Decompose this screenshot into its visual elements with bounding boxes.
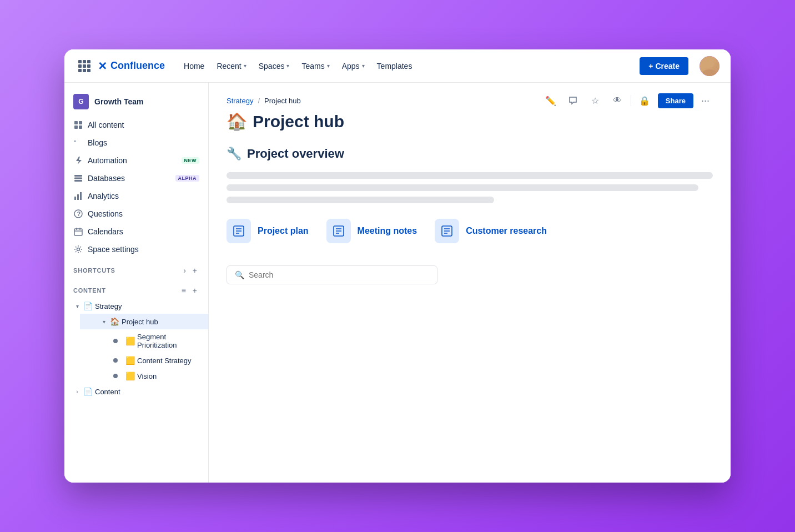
content-tree-emoji: 📄 [83, 387, 93, 396]
shortcuts-actions: › + [181, 265, 199, 276]
svg-rect-6 [74, 178, 82, 179]
tree-segment-prioritization[interactable]: 🟨 Segment Prioritization [80, 329, 208, 353]
tree-project-hub[interactable]: ▾ 🏠 Project hub [80, 314, 208, 329]
strategy-label: Strategy [95, 302, 199, 310]
bullet-icon [113, 339, 118, 343]
star-button[interactable]: ☆ [586, 92, 604, 109]
tree-content[interactable]: › 📄 Content [64, 384, 208, 399]
blogs-icon: " [73, 138, 83, 148]
shortcuts-chevron[interactable]: › [181, 265, 188, 276]
more-options-button[interactable]: ··· [698, 93, 713, 109]
share-button[interactable]: Share [658, 93, 693, 108]
nav-home[interactable]: Home [178, 58, 210, 74]
sidebar-item-space-settings[interactable]: Space settings [64, 240, 208, 258]
breadcrumb-parent[interactable]: Strategy [227, 97, 253, 105]
sidebar: G Growth Team All content " Blogs + [64, 83, 209, 483]
svg-rect-10 [80, 192, 82, 200]
all-content-label: All content [88, 121, 199, 129]
comment-button[interactable] [564, 92, 582, 109]
svg-rect-3 [79, 126, 82, 129]
sidebar-item-databases[interactable]: Databases ALPHA [64, 169, 208, 187]
tree-content-strategy[interactable]: 🟨 Content Strategy [80, 353, 208, 368]
content-add[interactable]: + [190, 285, 199, 296]
questions-label: Questions [88, 209, 199, 218]
nav-apps[interactable]: Apps ▾ [336, 58, 370, 74]
project-hub-label: Project hub [122, 318, 199, 326]
confluence-logo[interactable]: ✕ Confluence [98, 59, 165, 73]
svg-rect-1 [79, 121, 82, 124]
chevron-down-icon: ▾ [327, 63, 330, 69]
space-settings-icon [73, 244, 83, 254]
sidebar-item-calendars[interactable]: Calendars [64, 223, 208, 240]
page-title-emoji: 🏠 [227, 112, 247, 131]
calendars-icon [73, 227, 83, 237]
analytics-label: Analytics [88, 192, 199, 200]
databases-icon [73, 173, 83, 183]
project-hub-chevron: ▾ [100, 318, 108, 325]
questions-icon: ? [73, 209, 83, 219]
section-emoji: 🔧 [227, 147, 241, 161]
svg-rect-5 [74, 175, 82, 177]
chevron-down-icon: ▾ [244, 63, 246, 69]
toolbar-divider [631, 95, 631, 106]
automation-icon [73, 155, 83, 165]
card-project-plan[interactable]: Project plan [227, 219, 309, 243]
top-navigation: ✕ Confluence Home Recent ▾ Spaces ▾ Team… [64, 49, 731, 83]
logo-text: Confluence [110, 60, 165, 72]
skeleton-line-1 [227, 172, 713, 179]
grid-menu-button[interactable] [76, 57, 93, 75]
app-window: ✕ Confluence Home Recent ▾ Spaces ▾ Team… [64, 49, 731, 483]
sidebar-item-blogs[interactable]: " Blogs + [64, 134, 208, 152]
meeting-notes-label: Meeting notes [358, 226, 417, 236]
sidebar-item-questions[interactable]: ? Questions [64, 205, 208, 223]
content-filter[interactable]: ≡ [179, 285, 188, 296]
nav-spaces[interactable]: Spaces ▾ [253, 58, 295, 74]
sidebar-item-automation[interactable]: Automation NEW [64, 152, 208, 169]
tree-strategy[interactable]: ▾ 📄 Strategy [64, 298, 208, 314]
cards-row: Project plan Meeting notes [227, 219, 713, 243]
space-name: Growth Team [94, 97, 143, 106]
nav-teams[interactable]: Teams ▾ [296, 58, 335, 74]
edit-button[interactable]: ✏️ [542, 92, 560, 109]
space-header[interactable]: G Growth Team [64, 89, 208, 114]
svg-rect-8 [74, 197, 76, 200]
search-input[interactable] [249, 270, 429, 279]
avatar-image [700, 56, 719, 76]
skeleton-line-3 [227, 197, 494, 203]
lock-button[interactable]: 🔒 [636, 92, 653, 109]
create-button[interactable]: + Create [640, 57, 688, 75]
shortcuts-add[interactable]: + [190, 265, 199, 276]
avatar[interactable] [700, 56, 719, 76]
nav-templates[interactable]: Templates [371, 58, 418, 74]
strategy-chevron: ▾ [73, 302, 81, 310]
breadcrumb-current: Project hub [264, 97, 301, 105]
tree-vision[interactable]: 🟨 Vision [80, 368, 208, 384]
section-title: 🔧 Project overview [227, 147, 713, 161]
nav-recent[interactable]: Recent ▾ [211, 58, 251, 74]
shortcuts-label: SHORTCUTS [73, 267, 115, 274]
watch-button[interactable]: 👁 [608, 92, 626, 109]
all-content-icon [73, 120, 83, 130]
svg-rect-7 [74, 180, 82, 182]
page-content-area: Strategy / Project hub ✏️ ☆ 👁 🔒 Share ··… [209, 83, 731, 483]
sidebar-item-analytics[interactable]: Analytics [64, 187, 208, 205]
chevron-down-icon: ▾ [286, 63, 289, 69]
databases-label: Databases [88, 174, 171, 183]
content-label: CONTENT [73, 287, 106, 294]
sidebar-item-all-content[interactable]: All content [64, 116, 208, 134]
bullet-icon [113, 358, 118, 363]
breadcrumb-separator: / [258, 97, 260, 105]
content-tree-label: Content [95, 388, 199, 396]
content-chevron: › [73, 388, 81, 395]
svg-text:": " [74, 139, 77, 147]
automation-badge: NEW [182, 157, 200, 164]
meeting-notes-icon [326, 219, 351, 243]
space-icon: G [73, 94, 89, 109]
main-area: G Growth Team All content " Blogs + [64, 83, 731, 483]
card-customer-research[interactable]: Customer research [435, 219, 547, 243]
content-strategy-label: Content Strategy [137, 357, 199, 365]
svg-point-17 [77, 248, 80, 251]
card-meeting-notes[interactable]: Meeting notes [326, 219, 417, 243]
analytics-icon [73, 191, 83, 201]
project-plan-icon [227, 219, 251, 243]
